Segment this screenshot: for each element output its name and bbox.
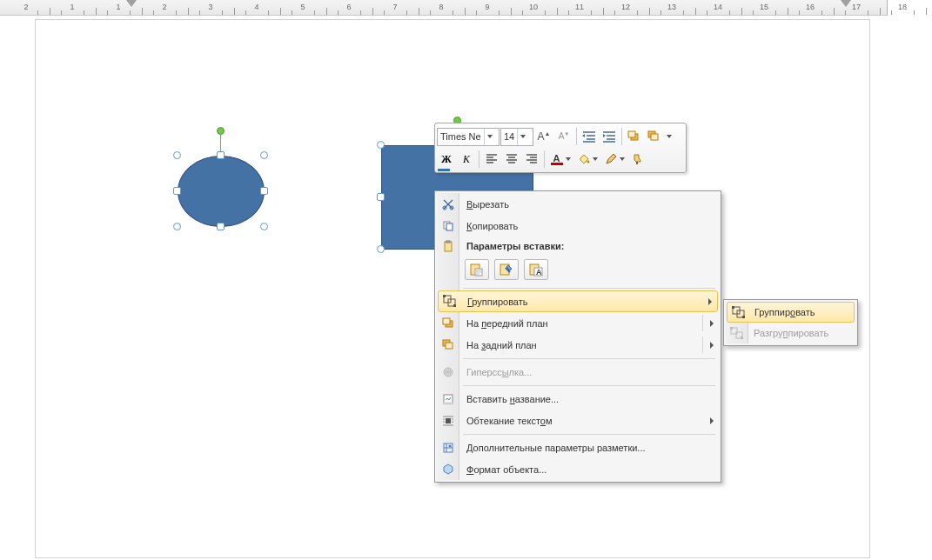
ruler-number: 16 [806, 3, 815, 11]
svg-rect-38 [730, 327, 733, 330]
align-right-icon [526, 154, 538, 164]
menu-item-label: Дополнительные параметры разметки... [466, 443, 646, 453]
menu-item-text-wrap[interactable]: Обтекание текстом [437, 410, 719, 431]
menu-item-label: Обтекание текстом [466, 416, 553, 426]
svg-rect-10 [445, 242, 452, 251]
bring-forward-icon [627, 130, 641, 143]
chevron-down-icon[interactable] [665, 135, 674, 138]
menu-paste-options-header: Параметры вставки: [437, 237, 719, 256]
menu-item-label: Группировать [754, 307, 815, 317]
handle-nw[interactable] [377, 141, 385, 149]
left-indent-marker[interactable] [126, 0, 137, 7]
decrease-indent-button[interactable] [580, 127, 599, 146]
handle-w[interactable] [377, 193, 385, 201]
svg-rect-34 [732, 306, 734, 309]
svg-rect-20 [443, 295, 446, 297]
ruler-number: 13 [667, 3, 676, 11]
menu-item-label: На передний план [466, 318, 548, 329]
svg-rect-28 [444, 402, 453, 403]
menu-item-hyperlink: Гиперссылка... [437, 361, 719, 383]
ruler-number: 2 [162, 3, 166, 11]
submenu-item-group[interactable]: Группировать [727, 302, 855, 323]
right-indent-marker[interactable] [841, 0, 851, 7]
format-painter-button[interactable] [628, 150, 647, 169]
submenu-arrow-icon [710, 417, 714, 424]
horizontal-ruler[interactable]: 21123456789101112131415161718 [0, 0, 888, 16]
align-center-button[interactable] [502, 150, 521, 169]
rotation-handle[interactable] [217, 127, 225, 135]
font-color-button[interactable]: A [547, 150, 573, 169]
menu-item-insert-caption[interactable]: Вставить название... [437, 388, 719, 410]
svg-rect-3 [651, 134, 658, 140]
ruler-number: 5 [300, 3, 305, 11]
svg-rect-1 [628, 131, 635, 137]
shape-oval-selected[interactable] [178, 156, 265, 227]
menu-item-more-layout[interactable]: Дополнительные параметры разметки... [437, 437, 719, 458]
group-icon [732, 305, 746, 319]
handle-n[interactable] [217, 151, 225, 159]
svg-rect-25 [446, 343, 453, 349]
align-left-button[interactable] [482, 150, 501, 169]
svg-rect-23 [443, 318, 450, 324]
paste-options-row: A [465, 256, 719, 285]
increase-indent-button[interactable] [600, 127, 619, 146]
submenu-arrow-icon [708, 298, 712, 305]
ruler-number: 18 [898, 3, 907, 11]
ruler-number: 2 [23, 3, 28, 11]
svg-point-31 [449, 444, 452, 447]
handle-s[interactable] [217, 223, 225, 230]
chevron-down-icon[interactable] [484, 129, 495, 145]
grow-font-button[interactable]: A▲ [534, 127, 553, 146]
ruler-number: 14 [714, 3, 722, 11]
chevron-down-icon[interactable] [517, 129, 528, 145]
handle-se[interactable] [260, 223, 268, 230]
shrink-font-button[interactable]: A▼ [554, 127, 573, 146]
clipboard-source-icon [469, 263, 485, 277]
ruler-number: 8 [439, 3, 443, 11]
font-size-value: 14 [501, 131, 517, 142]
shape-fill-button[interactable] [574, 150, 600, 169]
submenu-arrow-icon [710, 342, 714, 349]
menu-item-send-back[interactable]: На задний план [437, 334, 719, 356]
handle-sw[interactable] [173, 223, 181, 230]
menu-item-label: Разгруппировать [754, 328, 828, 338]
paste-option-text-only[interactable]: A [524, 259, 548, 280]
align-center-icon [506, 154, 518, 164]
handle-e[interactable] [260, 187, 268, 195]
menu-item-label: Группировать [467, 297, 528, 307]
menu-item-cut[interactable]: Вырезать [437, 193, 719, 215]
bold-button[interactable]: Ж [437, 150, 456, 169]
menu-item-format-object[interactable]: Формат объекта... [437, 458, 719, 480]
ruler-number: 6 [346, 3, 351, 11]
menu-item-group[interactable]: Группировать [438, 290, 718, 312]
ruler-number: 15 [760, 3, 768, 11]
bring-forward-button[interactable] [625, 127, 644, 146]
menu-item-copy[interactable]: Копировать [437, 215, 719, 237]
group-icon [443, 295, 457, 309]
shape-outline-button[interactable] [601, 150, 627, 169]
format-object-icon [441, 463, 455, 477]
handle-w[interactable] [173, 187, 181, 195]
paste-option-keep-source[interactable] [465, 259, 489, 280]
font-name-combo[interactable]: Times Ne [437, 128, 500, 146]
handle-ne[interactable] [260, 151, 268, 159]
svg-rect-29 [446, 418, 451, 423]
italic-button[interactable]: К [457, 150, 476, 169]
handle-sw[interactable] [377, 245, 385, 253]
pencil-icon [605, 153, 617, 165]
clipboard-picture-icon [499, 263, 514, 277]
menu-item-bring-front[interactable]: На передний план [437, 312, 719, 334]
text-wrap-icon [441, 414, 455, 428]
svg-text:A: A [536, 268, 542, 277]
handle-nw[interactable] [173, 151, 181, 159]
paintbrush-icon [632, 153, 644, 165]
clipboard-text-icon: A [528, 263, 544, 277]
paste-option-picture[interactable] [494, 259, 519, 280]
align-right-button[interactable] [522, 150, 541, 169]
send-backward-button[interactable] [645, 127, 664, 146]
ruler-number: 17 [852, 3, 861, 11]
font-name-value: Times Ne [438, 131, 484, 142]
svg-rect-39 [741, 337, 743, 339]
font-size-combo[interactable]: 14 [500, 128, 533, 146]
scissors-icon [441, 197, 455, 211]
